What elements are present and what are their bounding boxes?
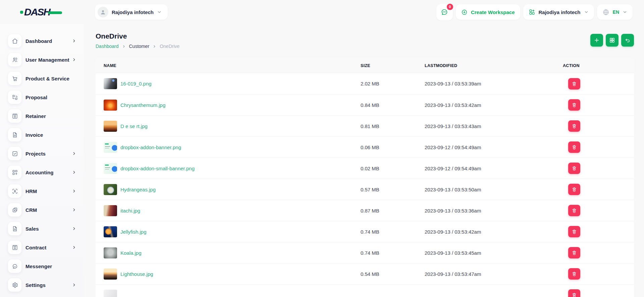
column-header-size: SIZE: [361, 63, 425, 68]
sidebar-item-sales[interactable]: Sales: [0, 219, 84, 238]
proposal-icon: [12, 94, 18, 101]
delete-button[interactable]: [568, 184, 580, 195]
workspace-label: Rajodiya infotech: [112, 9, 154, 15]
message-icon: [12, 263, 18, 270]
chevron-right-icon: [72, 283, 76, 287]
table-row: Chrysanthemum.jpg 0.84 MB 2023-09-13 / 0…: [96, 94, 634, 115]
sidebar-item-settings[interactable]: Settings: [0, 276, 84, 294]
file-name-link[interactable]: dropbox-addon-banner.png: [120, 144, 181, 150]
language-selector[interactable]: EN: [597, 4, 633, 20]
breadcrumb-item-dashboard[interactable]: Dashboard: [96, 44, 119, 49]
sidebar-item-crm[interactable]: CRM: [0, 200, 84, 219]
file-text-icon: [12, 132, 18, 138]
delete-button[interactable]: [568, 247, 580, 258]
trash-icon: [572, 208, 577, 213]
table-row: itachi.jpg 0.87 MB 2023-09-13 / 03:53:36…: [96, 200, 634, 221]
home-icon: [12, 38, 18, 44]
trash-icon: [572, 166, 577, 171]
messages-button[interactable]: 0: [436, 4, 453, 20]
chevron-down-icon: [623, 10, 627, 14]
file-name-link[interactable]: Koala.jpg: [120, 250, 142, 256]
sidebar-item-label: Contract: [25, 245, 72, 250]
gear-icon-box: [8, 278, 21, 292]
file-modified: 2023-09-13 / 03:53:36am: [425, 208, 563, 214]
sidebar-item-label: Dashboard: [25, 38, 72, 44]
file-thumbnail: [104, 121, 117, 132]
sidebar-item-product-service[interactable]: Product & Service: [0, 69, 84, 88]
file-thumbnail: [104, 163, 117, 174]
person-icon: [100, 9, 106, 15]
delete-button[interactable]: [568, 78, 580, 90]
sidebar-item-label: Messenger: [25, 263, 76, 269]
trash-icon: [572, 229, 577, 234]
breadcrumb-item-customer[interactable]: Customer: [129, 44, 150, 49]
sidebar-item-invoice[interactable]: Invoice: [0, 125, 84, 144]
file-name-link[interactable]: itachi.jpg: [120, 208, 140, 214]
file-text-icon-box: [8, 128, 21, 141]
delete-button[interactable]: [568, 120, 580, 132]
table-row: Hydrangeas.jpg 0.57 MB 2023-09-13 / 03:5…: [96, 179, 634, 200]
file-modified: 2023-09-13 / 03:53:50am: [425, 187, 563, 192]
sidebar-item-accounting[interactable]: Accounting: [0, 163, 84, 182]
sidebar-item-proposal[interactable]: Proposal: [0, 88, 84, 107]
file-name-link[interactable]: Lighthouse.jpg: [120, 271, 153, 277]
add-file-button[interactable]: [590, 34, 603, 47]
sidebar-item-label: Settings: [25, 282, 72, 288]
file-size: 2.02 MB: [361, 81, 425, 86]
file-size: 0.74 MB: [361, 250, 425, 256]
sidebar-item-user-management[interactable]: User Management: [0, 50, 84, 69]
file-size: 0.57 MB: [361, 187, 425, 192]
file-thumbnail: [104, 100, 117, 111]
user-scan-icon: [12, 188, 18, 194]
file-name-link[interactable]: D e se rt.jpg: [120, 123, 148, 129]
delete-button[interactable]: [568, 163, 580, 174]
sidebar-item-label: User Management: [25, 57, 72, 63]
file-name-link[interactable]: Jellyfish.jpg: [120, 229, 147, 235]
file-name-link[interactable]: dropbox-addon-small-banner.png: [120, 166, 195, 171]
column-header-lastmodified: LASTMODIFIED: [425, 63, 563, 68]
file-thumbnail: [104, 290, 117, 297]
trash-icon: [572, 81, 577, 86]
home-icon-box: [8, 34, 21, 48]
delete-button[interactable]: [568, 268, 580, 280]
file-name-link[interactable]: Hydrangeas.jpg: [120, 187, 156, 192]
chevron-right-icon: [72, 57, 76, 62]
cart-icon: [12, 75, 18, 82]
floppy-icon: [12, 113, 18, 119]
app-logo[interactable]: DASH: [20, 7, 62, 17]
file-modified: 2023-09-13 / 03:53:43am: [425, 123, 563, 129]
message-icon-box: [8, 259, 21, 273]
undo-icon: [625, 37, 631, 43]
delete-button[interactable]: [568, 205, 580, 216]
main-content: OneDrive DashboardCustomerOneDrive NAMES…: [84, 24, 644, 297]
trash-icon: [572, 292, 577, 297]
breadcrumb-item-onedrive: OneDrive: [160, 44, 179, 49]
file-thumbnail: [104, 142, 117, 153]
file-thumbnail: [104, 226, 117, 237]
go-back-button[interactable]: [621, 34, 634, 47]
sidebar-item-messenger[interactable]: Messenger: [0, 257, 84, 276]
workspace-selector[interactable]: Rajodiya infotech: [95, 4, 168, 20]
delete-button[interactable]: [568, 99, 580, 111]
sidebar-item-hrm[interactable]: HRM: [0, 182, 84, 200]
page-title: OneDrive: [96, 32, 179, 41]
file-name-link[interactable]: Chrysanthemum.jpg: [120, 102, 165, 108]
file-size: 0.54 MB: [361, 271, 425, 277]
grid-view-button[interactable]: [606, 34, 619, 47]
table-row: dropbox-addon-banner.png 0.06 MB 2023-09…: [96, 136, 634, 158]
delete-button[interactable]: [568, 141, 580, 153]
create-workspace-button[interactable]: Create Workspace: [456, 4, 520, 20]
sidebar-item-projects[interactable]: Projects: [0, 144, 84, 163]
delete-button[interactable]: [568, 226, 580, 237]
copy-plus-icon-box: [8, 203, 21, 217]
company-selector[interactable]: Rajodiya infotech: [523, 4, 594, 20]
trash-icon: [572, 123, 577, 129]
file-name-link[interactable]: 16-019_0.png: [120, 81, 152, 86]
sidebar-item-dashboard[interactable]: Dashboard: [0, 32, 84, 50]
sidebar-item-contract[interactable]: Contract: [0, 238, 84, 257]
sidebar-item-label: CRM: [25, 207, 72, 213]
sidebar-item-label: Invoice: [25, 132, 76, 138]
delete-button[interactable]: [568, 289, 580, 297]
floppy-icon: [12, 244, 18, 251]
sidebar-item-retainer[interactable]: Retainer: [0, 107, 84, 125]
